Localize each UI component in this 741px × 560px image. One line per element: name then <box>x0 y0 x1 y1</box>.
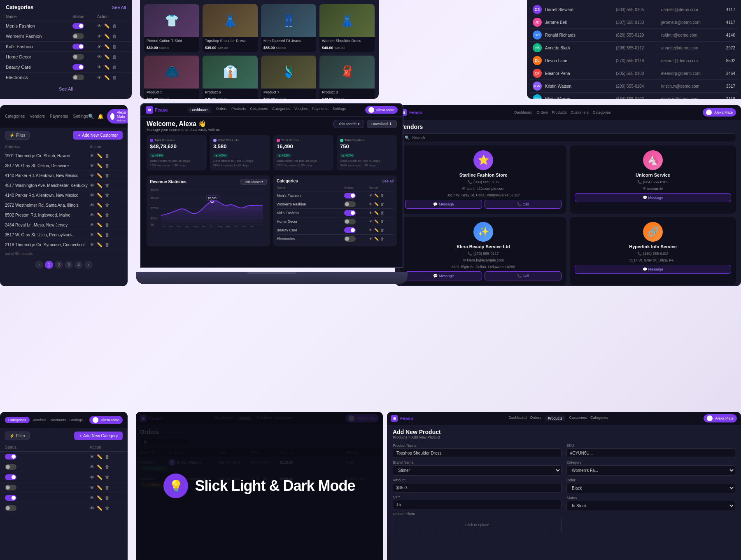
addr-edit-2[interactable]: ✏️ <box>97 173 103 178</box>
ap-dashboard[interactable]: Dashboard <box>508 415 527 421</box>
this-month-button[interactable]: This Month ▾ <box>333 120 364 128</box>
addr-view-3[interactable]: 👁 <box>90 183 94 188</box>
dash-nav-payments[interactable]: Payments <box>312 107 329 113</box>
addr-del-4[interactable]: 🗑 <box>105 193 110 198</box>
cat-edit-5[interactable]: ✏️ <box>104 75 110 80</box>
cat-view-4[interactable]: 👁 <box>97 65 102 70</box>
cat-edit-1[interactable]: ✏️ <box>104 34 110 39</box>
dash-nav-orders[interactable]: Orders <box>216 107 228 113</box>
search-icon[interactable]: 🔍 <box>88 114 94 119</box>
bc-del-5[interactable]: 🗑 <box>105 506 110 511</box>
addr-view-4[interactable]: 👁 <box>90 193 94 198</box>
page-2-button[interactable]: 2 <box>55 261 63 269</box>
cat-del-5[interactable]: 🗑 <box>112 75 117 80</box>
bottom-cat-toggle-2[interactable] <box>5 474 16 480</box>
addr-view-7[interactable]: 👁 <box>90 222 94 228</box>
bottom-nav-payments[interactable]: Payments <box>50 418 66 422</box>
vendor-message-1[interactable]: 💬 Message <box>575 193 731 202</box>
bottom-nav-categories-active[interactable]: Categories <box>5 417 30 423</box>
bc-edit-4[interactable]: ✏️ <box>97 495 103 501</box>
cat-del-1[interactable]: 🗑 <box>112 34 117 39</box>
addr-edit-0[interactable]: ✏️ <box>97 153 103 159</box>
product-card-1[interactable]: 👗 Topshop Shoulder Dress $35.00$45.00 <box>203 4 258 52</box>
dc-edit-5[interactable]: ✏️ <box>374 237 379 241</box>
bc-del-1[interactable]: 🗑 <box>105 464 110 470</box>
dash-cat-toggle-0[interactable] <box>344 193 356 198</box>
dc-edit-3[interactable]: ✏️ <box>374 219 379 224</box>
cat-toggle-3[interactable] <box>72 54 84 60</box>
dc-view-4[interactable]: 👁 <box>369 228 373 232</box>
dc-edit-2[interactable]: ✏️ <box>374 211 379 215</box>
bottom-cat-toggle-4[interactable] <box>5 495 16 501</box>
bell-icon[interactable]: 🔔 <box>98 114 104 119</box>
dc-view-2[interactable]: 👁 <box>369 211 373 215</box>
cat-toggle-0[interactable] <box>72 23 84 29</box>
bottom-cat-toggle-0[interactable] <box>5 454 16 460</box>
cat-toggle-5[interactable] <box>72 75 84 80</box>
addr-view-8[interactable]: 👁 <box>90 232 94 238</box>
dc-del-1[interactable]: 🗑 <box>380 202 384 206</box>
bottom-cat-toggle-3[interactable] <box>5 485 16 490</box>
revenue-month-button[interactable]: This Month ▾ <box>240 179 267 185</box>
bottom-nav-settings[interactable]: Settings <box>70 418 83 422</box>
dc-view-0[interactable]: 👁 <box>369 194 373 198</box>
download-button[interactable]: Download ⬇ <box>367 120 397 128</box>
dc-edit-4[interactable]: ✏️ <box>374 228 379 232</box>
qty-input[interactable] <box>393 500 562 509</box>
page-3-button[interactable]: 3 <box>65 261 73 269</box>
addr-del-1[interactable]: 🗑 <box>105 163 110 168</box>
categories-see-all[interactable]: See All <box>112 5 126 10</box>
dc-del-5[interactable]: 🗑 <box>380 237 384 241</box>
nav-settings[interactable]: Settings <box>73 114 88 119</box>
cat-toggle-2[interactable] <box>72 44 84 49</box>
bc-del-3[interactable]: 🗑 <box>105 485 110 490</box>
vendor-message-3[interactable]: 💬 Message <box>575 265 731 274</box>
dc-view-3[interactable]: 👁 <box>369 219 373 224</box>
dash-cat-toggle-4[interactable] <box>344 227 356 233</box>
cat-del-0[interactable]: 🗑 <box>112 23 117 28</box>
addr-edit-6[interactable]: ✏️ <box>97 212 103 218</box>
dc-del-0[interactable]: 🗑 <box>380 194 384 198</box>
addr-view-9[interactable]: 👁 <box>90 242 94 247</box>
cat-edit-2[interactable]: ✏️ <box>104 44 110 49</box>
bc-view-1[interactable]: 👁 <box>90 464 94 470</box>
bc-edit-1[interactable]: ✏️ <box>97 464 103 470</box>
bc-del-4[interactable]: 🗑 <box>105 495 110 501</box>
addr-edit-8[interactable]: ✏️ <box>97 232 103 238</box>
bc-view-4[interactable]: 👁 <box>90 495 94 501</box>
addr-del-3[interactable]: 🗑 <box>105 183 110 188</box>
bc-del-0[interactable]: 🗑 <box>105 454 110 460</box>
cat-view-1[interactable]: 👁 <box>97 34 102 39</box>
next-page-button[interactable]: › <box>84 261 93 269</box>
product-card-2[interactable]: 👖 Men Tapered Fit Jeans $55.00$60.00 <box>261 4 316 52</box>
status-select[interactable]: In Stock <box>566 501 735 511</box>
vendor-call-0[interactable]: 📞 Call <box>485 200 562 209</box>
cat-view-0[interactable]: 👁 <box>97 23 102 28</box>
vendors-search-input[interactable] <box>412 135 474 140</box>
dc-del-4[interactable]: 🗑 <box>380 228 384 232</box>
bc-edit-3[interactable]: ✏️ <box>97 485 103 490</box>
bottom-filter-button[interactable]: ⚡ Filter <box>5 432 30 440</box>
nav-vendors[interactable]: Vendors <box>30 114 45 119</box>
cat-del-4[interactable]: 🗑 <box>112 65 117 70</box>
category-select[interactable]: Women's Fa... <box>566 465 735 476</box>
addr-del-0[interactable]: 🗑 <box>105 153 110 159</box>
addr-edit-7[interactable]: ✏️ <box>97 222 103 228</box>
nav-payments[interactable]: Payments <box>50 114 68 119</box>
bc-edit-5[interactable]: ✏️ <box>97 506 103 511</box>
dash-cat-toggle-1[interactable] <box>344 201 356 207</box>
product-card-7[interactable]: 🧣 Product 8 $42.00$52.00 <box>319 56 375 99</box>
bottom-nav-vendors[interactable]: Vendors <box>33 418 47 422</box>
bc-view-2[interactable]: 👁 <box>90 475 94 480</box>
addr-view-1[interactable]: 👁 <box>90 163 94 168</box>
cat-del-3[interactable]: 🗑 <box>112 54 117 59</box>
dash-cat-see-all[interactable]: See All <box>382 179 394 183</box>
addr-del-7[interactable]: 🗑 <box>105 222 110 228</box>
cat-see-all-bottom[interactable]: See All <box>59 86 73 91</box>
vn-categories[interactable]: Categories <box>593 110 611 114</box>
addr-del-8[interactable]: 🗑 <box>105 232 110 238</box>
cat-edit-0[interactable]: ✏️ <box>104 23 110 29</box>
cat-toggle-1[interactable] <box>72 33 84 39</box>
bc-view-5[interactable]: 👁 <box>90 506 94 511</box>
bottom-cat-toggle-5[interactable] <box>5 505 16 511</box>
